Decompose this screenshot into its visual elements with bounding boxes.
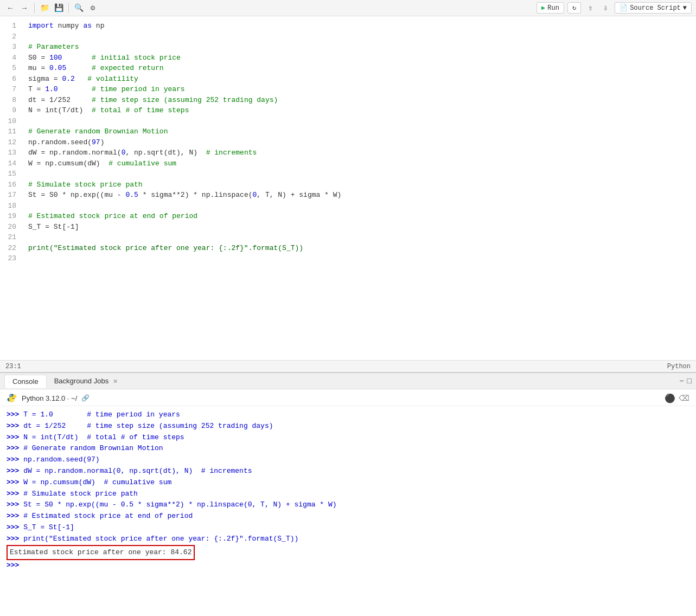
path-link-icon[interactable]: 🔗 [81,394,90,402]
stop-icon[interactable]: ⚫ [665,393,675,403]
status-bar: 23:1 Python [0,360,696,372]
line-number-16: 16 [0,179,16,190]
code-line-22: print("Estimated stock price after one y… [28,243,689,254]
code-line-21 [28,232,689,243]
code-line-10 [28,116,689,127]
line-number-8: 8 [0,95,16,106]
line-numbers: 1234567891011121314151617181920212223 [0,16,22,360]
code-line-18 [28,201,689,211]
console-line: >>> dW = np.random.normal(0, np.sqrt(dt)… [7,466,689,477]
minimize-icon[interactable]: − [679,377,684,386]
console-line: >>> # Estimated stock price at end of pe… [7,511,689,522]
line-number-7: 7 [0,84,16,95]
code-line-4: S0 = 100 # initial stock price [28,53,689,63]
svg-point-1 [12,400,14,401]
console-header: Python 3.12.0 · ~/ 🔗 ⚫ ⌫ [0,389,696,406]
line-number-23: 23 [0,253,16,264]
tab-close-icon[interactable]: ✕ [113,378,118,384]
maximize-icon[interactable]: □ [687,377,692,386]
search-icon[interactable]: 🔍 [73,2,85,14]
tab-console[interactable]: Console [4,375,47,388]
editor-container: 1234567891011121314151617181920212223 im… [0,16,696,372]
line-number-11: 11 [0,126,16,137]
line-number-21: 21 [0,232,16,243]
console-line: >>> W = np.cumsum(dW) # cumulative sum [7,477,689,489]
python-version: Python 3.12.0 · ~/ [22,394,77,402]
console-line: >>> # Simulate stock price path [7,489,689,500]
code-line-9: N = int(T/dt) # total # of time steps [28,105,689,116]
run-arrow-icon: ▶ [541,4,545,12]
language-indicator[interactable]: Python [667,363,691,370]
source-script-button[interactable]: 📄 Source Script ▼ [615,2,692,14]
console-right-icons: ⚫ ⌫ [665,393,689,403]
source-icon: 📄 [620,4,628,12]
separator-2 [68,3,69,13]
clear-icon[interactable]: ⌫ [679,394,689,402]
code-line-11: # Generate random Brownian Motion [28,126,689,137]
line-number-20: 20 [0,222,16,233]
code-line-13: dW = np.random.normal(0, np.sqrt(dt), N)… [28,147,689,158]
toolbar: ← → 📁 💾 🔍 ⚙ ▶ Run ↻ ⇧ ⇩ 📄 Source Script … [0,0,696,16]
source-label: Source Script [630,4,681,12]
code-line-12: np.random.seed(97) [28,137,689,148]
code-line-5: mu = 0.05 # expected return [28,63,689,74]
console-line: >>> N = int(T/dt) # total # of time step… [7,432,689,444]
editor[interactable]: 1234567891011121314151617181920212223 im… [0,16,696,360]
console-line: >>> np.random.seed(97) [7,454,689,466]
line-number-14: 14 [0,158,16,169]
separator-1 [34,3,35,13]
line-number-2: 2 [0,31,16,42]
open-icon[interactable]: 📁 [39,2,50,14]
code-line-1: import numpy as np [28,21,689,31]
toolbar-right: ▶ Run ↻ ⇧ ⇩ 📄 Source Script ▼ [537,2,692,14]
line-number-1: 1 [0,21,16,31]
up-icon[interactable]: ⇧ [584,2,596,14]
line-number-22: 22 [0,243,16,254]
dropdown-arrow-icon: ▼ [683,4,687,12]
cursor-position: 23:1 [5,363,21,370]
code-line-23 [28,253,689,264]
code-line-19: # Estimated stock price at end of period [28,211,689,222]
console-result: Estimated stock price after one year: 84… [7,545,689,561]
code-line-7: T = 1.0 # time period in years [28,84,689,95]
code-area[interactable]: import numpy as np # ParametersS0 = 100 … [22,16,696,360]
back-icon[interactable]: ← [4,2,16,14]
code-line-20: S_T = St[-1] [28,222,689,233]
code-line-14: W = np.cumsum(dW) # cumulative sum [28,158,689,169]
save-icon[interactable]: 💾 [53,2,65,14]
code-line-17: St = S0 * np.exp((mu - 0.5 * sigma**2) *… [28,190,689,201]
line-number-19: 19 [0,211,16,222]
re-run-button[interactable]: ↻ [567,2,581,14]
console-line: >>> T = 1.0 # time period in years [7,409,689,421]
console-line: >>> print("Estimated stock price after o… [7,534,689,545]
line-number-3: 3 [0,42,16,53]
run-label: Run [547,4,559,12]
tools-icon[interactable]: ⚙ [87,2,99,14]
console-content[interactable]: >>> T = 1.0 # time period in years>>> dt… [0,406,696,616]
run-button[interactable]: ▶ Run [537,2,564,14]
console-final-prompt: >>> [7,560,689,572]
rerun-icon: ↻ [572,4,576,12]
line-number-6: 6 [0,74,16,85]
code-line-8: dt = 1/252 # time step size (assuming 25… [28,95,689,106]
line-number-5: 5 [0,63,16,74]
code-line-2 [28,31,689,42]
python-logo-icon [7,393,17,403]
line-number-17: 17 [0,190,16,201]
tab-background-jobs[interactable]: Background Jobs ✕ [47,375,125,387]
console-container: Console Background Jobs ✕ − □ Python 3.1… [0,372,696,616]
line-number-9: 9 [0,105,16,116]
code-line-6: sigma = 0.2 # volatility [28,74,689,85]
console-line: >>> dt = 1/252 # time step size (assumin… [7,421,689,432]
svg-point-0 [10,395,11,396]
down-icon[interactable]: ⇩ [599,2,611,14]
code-line-3: # Parameters [28,42,689,53]
line-number-18: 18 [0,201,16,211]
console-line: >>> St = S0 * np.exp((mu - 0.5 * sigma**… [7,499,689,511]
console-toolbar-right: − □ [679,377,692,386]
line-number-15: 15 [0,169,16,179]
console-line: >>> # Generate random Brownian Motion [7,443,689,454]
console-tabs: Console Background Jobs ✕ − □ [0,373,696,389]
forward-icon[interactable]: → [18,2,30,14]
line-number-13: 13 [0,147,16,158]
